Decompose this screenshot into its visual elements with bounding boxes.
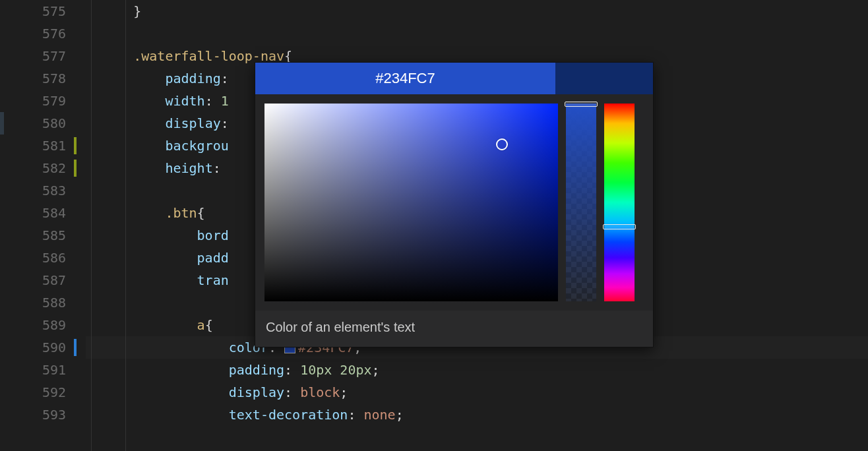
color-hex-display[interactable]: #234FC7 [255,63,555,94]
slider-thumb[interactable] [565,102,598,107]
line-number: 579 [42,93,73,109]
css-value: 10px [300,362,332,378]
indent-guide [125,0,126,451]
line-number: 589 [42,317,73,333]
line-number: 582 [42,160,73,176]
color-picker-body [255,94,653,311]
color-picker-header: #234FC7 [255,63,653,94]
color-saturation-panel[interactable] [264,104,558,301]
css-value: 1 [221,93,229,109]
line-number: 591 [42,362,73,378]
color-previous-swatch[interactable] [555,63,653,94]
brace: } [133,3,141,19]
gutter: 575 576 577 578 579 580 581 582 583 584 … [0,0,73,451]
css-value: none [363,407,395,423]
slider-thumb[interactable] [603,224,636,229]
line-number: 584 [42,205,73,221]
color-cursor-icon[interactable] [496,138,508,150]
css-value: block [300,384,340,400]
css-value: 20px [340,362,371,378]
code-line[interactable]: padding: 10px 20px; [86,359,868,381]
css-property: padding [165,71,220,86]
line-number: 592 [42,384,73,400]
css-property: bord [197,227,229,243]
css-property: height [165,160,212,176]
color-picker-description: Color of an element's text [255,311,653,347]
css-property: padd [197,250,229,266]
line-number: 585 [42,227,73,243]
line-number: 577 [42,48,73,64]
line-number: 576 [42,26,73,42]
color-picker: #234FC7 Color of an element's text [255,62,654,347]
line-number: 593 [42,407,73,423]
selector: a [197,317,205,333]
line-number: 587 [42,272,73,288]
indent-guide [91,0,92,451]
color-alpha-slider[interactable] [566,104,596,301]
line-number: 583 [42,183,73,198]
code-line[interactable]: } [86,0,868,22]
line-number: 580 [42,115,73,131]
css-property: padding [229,362,284,378]
css-property: display [165,115,220,131]
line-number: 588 [42,295,73,311]
line-number: 590 [42,340,73,355]
color-hue-slider[interactable] [604,104,635,301]
code-line[interactable]: text-decoration: none; [86,404,868,426]
selector: .btn [165,205,197,221]
line-number: 581 [42,138,73,154]
css-property: backgrou [165,138,228,154]
line-number: 575 [42,3,73,19]
line-number: 586 [42,250,73,266]
code-line[interactable]: display: block; [86,381,868,404]
css-property: width [165,93,204,109]
css-property: display [229,384,284,400]
code-line[interactable] [86,22,868,45]
css-property: text-decoration [229,407,348,423]
line-decoration [0,112,4,135]
line-number: 578 [42,71,73,86]
css-property: tran [197,272,229,288]
